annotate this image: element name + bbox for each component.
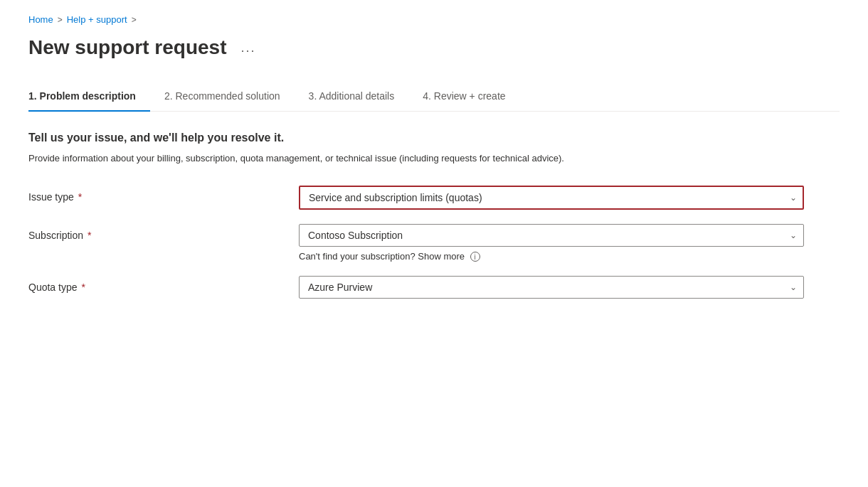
quota-type-label: Quota type * — [28, 276, 299, 293]
issue-type-control: Service and subscription limits (quotas)… — [299, 186, 804, 210]
subscription-note: Can't find your subscription? Show more … — [299, 251, 804, 262]
more-options-button[interactable]: ... — [235, 38, 261, 58]
tab-review-create[interactable]: 4. Review + create — [423, 82, 519, 112]
section-headline: Tell us your issue, and we'll help you r… — [28, 132, 840, 144]
steps-nav: 1. Problem description 2. Recommended so… — [28, 82, 840, 112]
page-container: Home > Help + support > New support requ… — [0, 0, 868, 341]
breadcrumb-home-link[interactable]: Home — [28, 14, 53, 25]
tab-additional-details[interactable]: 3. Additional details — [309, 82, 409, 112]
page-title: New support request — [28, 36, 226, 59]
subscription-label: Subscription * — [28, 224, 299, 241]
quota-type-field: Quota type * Azure Purview ⌄ — [28, 276, 840, 299]
subscription-select[interactable]: Contoso Subscription — [299, 224, 804, 247]
page-header: New support request ... — [28, 36, 840, 59]
breadcrumb-separator-2: > — [132, 15, 137, 25]
cant-find-subscription-text: Can't find your subscription? — [299, 251, 416, 262]
quota-type-control: Azure Purview ⌄ — [299, 276, 804, 299]
breadcrumb: Home > Help + support > — [28, 14, 840, 25]
issue-type-select[interactable]: Service and subscription limits (quotas)… — [299, 186, 804, 210]
tab-recommended-solution[interactable]: 2. Recommended solution — [164, 82, 295, 112]
issue-type-required: * — [75, 191, 82, 203]
show-more-link[interactable]: Show more — [418, 251, 465, 262]
section-description: Provide information about your billing, … — [28, 151, 811, 166]
tab-problem-description[interactable]: 1. Problem description — [28, 82, 150, 112]
breadcrumb-separator-1: > — [58, 15, 63, 25]
quota-type-required: * — [79, 282, 85, 293]
issue-type-dropdown-wrapper: Service and subscription limits (quotas)… — [299, 186, 804, 210]
quota-type-dropdown-wrapper: Azure Purview ⌄ — [299, 276, 804, 299]
info-icon[interactable]: i — [470, 252, 480, 262]
subscription-control: Contoso Subscription ⌄ Can't find your s… — [299, 224, 804, 262]
breadcrumb-help-support-link[interactable]: Help + support — [67, 14, 127, 25]
subscription-required: * — [85, 230, 91, 241]
quota-type-select[interactable]: Azure Purview — [299, 276, 804, 299]
subscription-dropdown-wrapper: Contoso Subscription ⌄ — [299, 224, 804, 247]
issue-type-label: Issue type * — [28, 186, 299, 203]
subscription-field: Subscription * Contoso Subscription ⌄ Ca… — [28, 224, 840, 262]
content-section: Tell us your issue, and we'll help you r… — [28, 132, 840, 327]
issue-type-field: Issue type * Service and subscription li… — [28, 186, 840, 210]
